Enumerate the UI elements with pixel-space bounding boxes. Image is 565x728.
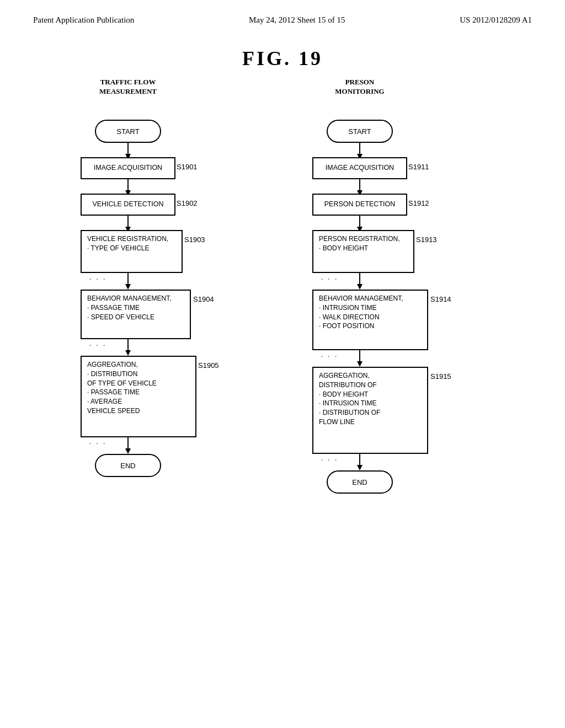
- svg-marker-19: [357, 284, 363, 290]
- right-s1914-box: BEHAVIOR MANAGEMENT, · INTRUSION TIME · …: [312, 290, 428, 350]
- left-s1904-box: BEHAVIOR MANAGEMENT, · PASSAGE TIME · SP…: [81, 290, 191, 339]
- right-s1913-box: PERSON REGISTRATION, · BODY HEIGHT: [312, 230, 414, 273]
- right-column-title: PRESONMONITORING: [316, 78, 404, 97]
- right-s1911-label: S1911: [408, 163, 429, 171]
- left-s1901-label: S1901: [177, 163, 198, 171]
- right-s1911-box: IMAGE ACQUISITION: [312, 157, 407, 179]
- left-s1905-box: AGGREGATION, · DISTRIBUTION OF TYPE OF V…: [81, 356, 196, 437]
- right-s1912-label: S1912: [408, 199, 429, 207]
- right-s1915-box: AGGREGATION, DISTRIBUTION OF · BODY HEIG…: [312, 367, 428, 454]
- diagram-area: TRAFFIC FLOWMEASUREMENT START IMAGE ACQU…: [34, 70, 531, 666]
- svg-marker-7: [125, 284, 131, 290]
- left-s1904-label: S1904: [193, 295, 214, 303]
- right-s1914-label: S1914: [430, 295, 451, 303]
- svg-marker-11: [125, 448, 131, 454]
- left-s1902-label: S1902: [177, 199, 198, 207]
- left-end-capsule: END: [95, 454, 161, 477]
- right-s1915-label: S1915: [430, 372, 451, 381]
- left-s1901-box: IMAGE ACQUISITION: [81, 157, 175, 179]
- left-s1905-label: S1905: [198, 361, 219, 370]
- left-start-capsule: START: [95, 120, 161, 143]
- left-s1902-box: VEHICLE DETECTION: [81, 194, 175, 216]
- left-column-title: TRAFFIC FLOWMEASUREMENT: [78, 78, 178, 97]
- header-middle: May 24, 2012 Sheet 15 of 15: [249, 15, 345, 25]
- left-s1903-box: VEHICLE REGISTRATION, · TYPE OF VEHICLE: [81, 230, 183, 273]
- left-s1903-label: S1903: [184, 235, 205, 244]
- header-left: Patent Application Publication: [33, 15, 134, 25]
- svg-marker-21: [357, 361, 363, 367]
- right-s1912-box: PERSON DETECTION: [312, 194, 407, 216]
- figure-title: FIG. 19: [0, 47, 565, 70]
- page-header: Patent Application Publication May 24, 2…: [0, 0, 565, 25]
- right-s1913-label: S1913: [416, 235, 437, 244]
- header-right: US 2012/0128209 A1: [460, 15, 532, 25]
- svg-marker-23: [357, 465, 363, 470]
- right-start-capsule: START: [327, 120, 393, 143]
- svg-marker-9: [125, 350, 131, 356]
- right-end-capsule: END: [327, 470, 393, 494]
